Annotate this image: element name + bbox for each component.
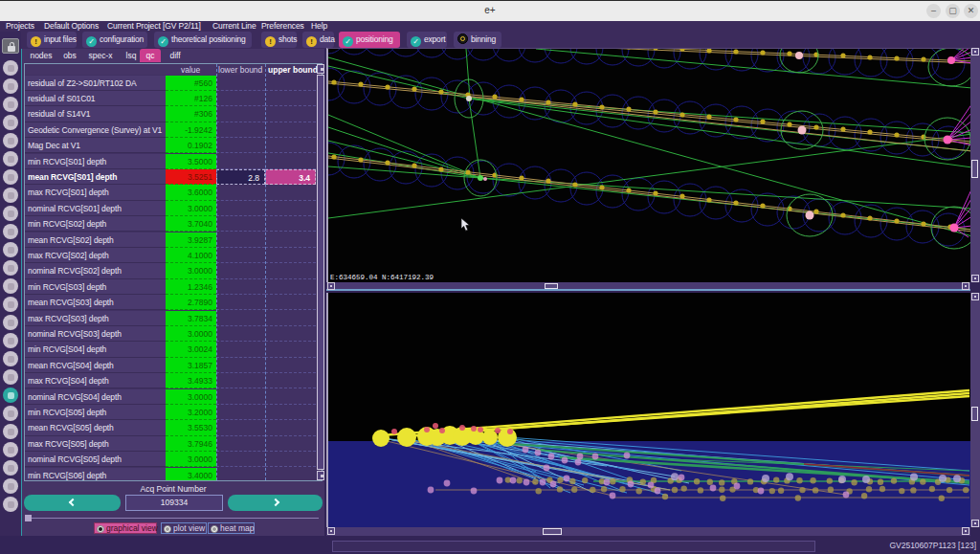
svg-text:E:634659.04 N:6417192.39: E:634659.04 N:6417192.39 — [330, 274, 434, 281]
